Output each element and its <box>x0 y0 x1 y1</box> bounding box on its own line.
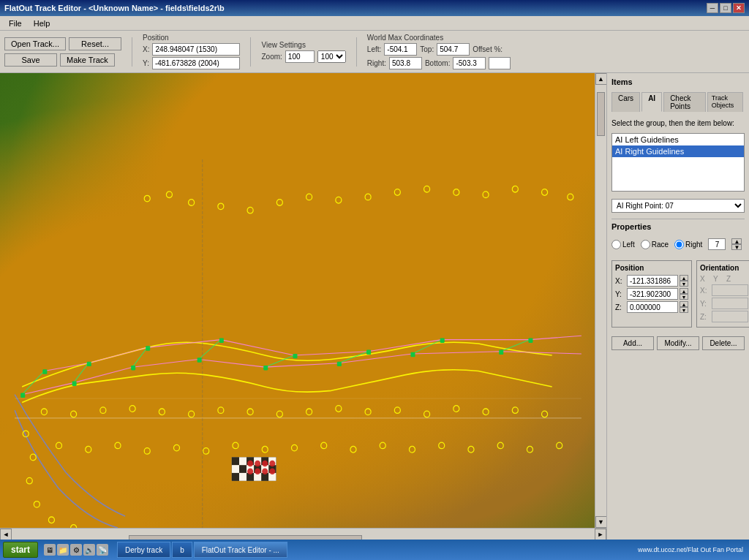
minimize-button[interactable]: ─ <box>707 3 718 13</box>
item-list[interactable]: AI Left Guidelines AI Right Guidelines <box>611 133 745 192</box>
position-box: Position X: ▲ ▼ Y: ▲ ▼ <box>611 260 692 328</box>
track-canvas-area[interactable] <box>0 73 595 528</box>
radio-right-label[interactable]: Right <box>685 241 702 249</box>
add-button[interactable]: Add... <box>611 336 654 350</box>
pos-x-input[interactable] <box>627 275 678 287</box>
list-item-1[interactable]: AI Right Guidelines <box>612 145 744 157</box>
tab-cars[interactable]: Cars <box>611 92 640 112</box>
svg-rect-86 <box>72 381 77 385</box>
zoom-input[interactable] <box>285 50 315 63</box>
offset-input[interactable] <box>489 57 511 69</box>
toolbar-file-group: Open Track... Reset... Save Make Track <box>4 37 121 67</box>
menu-file[interactable]: File <box>3 18 28 29</box>
svg-point-23 <box>247 207 253 213</box>
svg-point-40 <box>189 411 195 417</box>
scroll-thumb-vertical[interactable] <box>597 92 605 136</box>
menu-help[interactable]: Help <box>28 18 56 29</box>
svg-point-32 <box>512 186 518 192</box>
scroll-up-button[interactable]: ▲ <box>595 73 607 85</box>
svg-point-29 <box>424 186 430 192</box>
modify-button[interactable]: Modify... <box>657 336 699 350</box>
scroll-left-button[interactable]: ◄ <box>0 529 12 540</box>
taskbar-item-flatout[interactable]: FlatOut Track Editor - ... <box>194 542 287 558</box>
delete-button[interactable]: Delete... <box>702 336 745 350</box>
svg-point-30 <box>453 189 459 196</box>
orient-y-label-row: Y: <box>700 300 710 308</box>
step-down-button[interactable]: ▼ <box>731 244 742 250</box>
right-number-input[interactable] <box>708 238 726 250</box>
open-track-button[interactable]: Open Track... <box>4 37 66 50</box>
right-input[interactable] <box>389 57 422 69</box>
y-input[interactable] <box>152 57 240 69</box>
svg-point-25 <box>306 194 312 200</box>
track-overlay <box>0 73 595 528</box>
bottom-input[interactable] <box>453 57 486 69</box>
pos-z-down[interactable]: ▼ <box>680 307 688 313</box>
orient-x-header: X <box>700 275 710 283</box>
vertical-scrollbar[interactable]: ▲ ▼ <box>595 73 606 528</box>
pos-x-down[interactable]: ▼ <box>680 281 688 287</box>
save-button[interactable]: Save <box>4 53 57 67</box>
top-input[interactable] <box>437 43 470 56</box>
start-button[interactable]: start <box>3 542 38 558</box>
svg-point-101 <box>269 468 275 474</box>
svg-point-22 <box>218 203 224 210</box>
x-input[interactable] <box>152 43 240 56</box>
radio-race[interactable] <box>641 240 650 249</box>
action-buttons: Add... Modify... Delete... <box>611 336 745 350</box>
pos-x-up[interactable]: ▲ <box>680 275 688 281</box>
scroll-down-button[interactable]: ▼ <box>595 516 607 528</box>
svg-point-50 <box>483 409 489 415</box>
zoom-label: Zoom: <box>261 53 282 61</box>
track-canvas[interactable] <box>0 73 595 528</box>
close-button[interactable]: ✕ <box>733 3 745 13</box>
svg-rect-79 <box>146 346 150 350</box>
reset-button[interactable]: Reset... <box>69 37 121 50</box>
pos-y-down[interactable]: ▼ <box>680 294 688 300</box>
taskbar-item-derby[interactable]: Derby track <box>117 542 170 558</box>
pos-x-label: X: <box>615 277 625 285</box>
orient-x-row: X: <box>700 284 749 296</box>
make-track-button[interactable]: Make Track <box>60 53 115 67</box>
svg-point-54 <box>86 446 91 453</box>
point-dropdown[interactable]: AI Right Point: 07 <box>611 199 745 213</box>
svg-point-63 <box>350 446 356 453</box>
orient-y-header: Y <box>713 275 723 283</box>
pos-y-input[interactable] <box>627 288 678 300</box>
svg-point-27 <box>365 194 371 200</box>
scroll-right-button[interactable]: ► <box>595 529 606 540</box>
titlebar: FlatOut Track Editor - <Unknown Name> - … <box>0 0 749 16</box>
radio-left[interactable] <box>611 240 621 249</box>
toolbar: Open Track... Reset... Save Make Track P… <box>0 31 749 73</box>
pos-z-input[interactable] <box>627 301 678 313</box>
svg-rect-80 <box>219 338 224 342</box>
maximize-button[interactable]: □ <box>720 3 731 13</box>
y-label: Y: <box>143 59 149 67</box>
pos-z-up[interactable]: ▲ <box>680 301 688 307</box>
svg-point-19 <box>144 195 150 202</box>
zoom-dropdown[interactable]: 10050200 <box>317 50 346 63</box>
radio-right[interactable] <box>674 240 684 249</box>
taskbar-icon-1[interactable]: 🖥 <box>44 544 56 556</box>
svg-point-43 <box>276 411 282 417</box>
svg-point-38 <box>129 406 135 412</box>
tab-checkpoints[interactable]: Check Points <box>663 92 706 112</box>
taskbar-item-b[interactable]: b <box>172 542 192 558</box>
radio-left-label[interactable]: Left <box>622 241 635 249</box>
pos-y-up[interactable]: ▲ <box>680 288 688 294</box>
svg-rect-84 <box>528 338 532 342</box>
list-item-0[interactable]: AI Left Guidelines <box>612 134 744 145</box>
radio-race-label[interactable]: Race <box>652 241 669 249</box>
horizontal-scrollbar[interactable]: ◄ ► <box>0 528 606 540</box>
top-label: Top: <box>420 45 434 53</box>
scroll-track-vertical[interactable] <box>595 85 606 516</box>
taskbar-icon-3[interactable]: ⚙ <box>70 544 82 556</box>
svg-rect-12 <box>268 465 276 473</box>
orient-x-input <box>712 284 748 296</box>
tab-ai[interactable]: AI <box>641 92 662 112</box>
taskbar-icon-4[interactable]: 🔊 <box>83 544 95 556</box>
taskbar-icon-5[interactable]: 📡 <box>97 544 108 556</box>
left-input[interactable] <box>384 43 417 56</box>
tab-track-objects[interactable]: Track Objects <box>707 92 743 112</box>
taskbar-icon-2[interactable]: 📁 <box>57 544 69 556</box>
